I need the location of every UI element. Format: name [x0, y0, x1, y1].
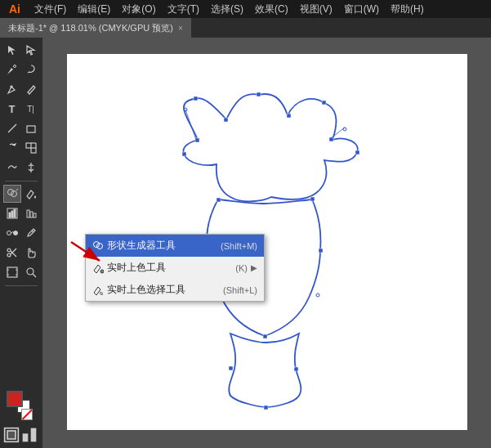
- main-layout: T T|: [0, 38, 491, 448]
- svg-rect-37: [322, 101, 326, 105]
- menu-text[interactable]: 文字(T): [163, 1, 204, 18]
- bar-chart-button[interactable]: [22, 204, 40, 222]
- svg-rect-43: [287, 114, 291, 118]
- menu-file[interactable]: 文件(F): [29, 1, 71, 18]
- svg-point-19: [13, 231, 17, 235]
- rect-tool-button[interactable]: [22, 119, 40, 137]
- scale-tool-button[interactable]: [22, 139, 40, 157]
- svg-rect-5: [31, 148, 36, 153]
- svg-rect-51: [264, 405, 268, 410]
- default-colors-area: [5, 389, 34, 419]
- svg-point-29: [27, 268, 33, 275]
- svg-rect-15: [27, 210, 29, 217]
- svg-line-56: [185, 110, 196, 140]
- menu-window[interactable]: 窗口(W): [339, 1, 384, 18]
- svg-line-2: [8, 124, 16, 132]
- svg-point-20: [7, 249, 11, 252]
- eyedropper-button[interactable]: [22, 224, 40, 242]
- left-toolbar: T T|: [0, 38, 42, 448]
- svg-point-0: [13, 65, 16, 68]
- toggle-view-button[interactable]: [21, 427, 38, 443]
- no-fill-swatch[interactable]: [21, 409, 33, 420]
- direct-selection-tool-button[interactable]: [22, 41, 40, 59]
- graph-tool-button[interactable]: [3, 204, 21, 222]
- type-tool-button[interactable]: T: [3, 100, 21, 118]
- menu-edit[interactable]: 编辑(E): [73, 1, 115, 18]
- svg-rect-24: [7, 267, 17, 277]
- red-arrow-indicator: [67, 238, 108, 273]
- svg-rect-50: [294, 367, 298, 371]
- svg-point-55: [316, 293, 319, 297]
- menu-effect[interactable]: 效果(C): [250, 1, 293, 18]
- flyout-item-shortcut-1: (Shift+M): [221, 241, 257, 251]
- pen-tool-button[interactable]: [3, 80, 21, 98]
- svg-point-21: [7, 253, 11, 257]
- canvas-area[interactable]: 形状生成器工具 (Shift+M) 实时上色工具 (K) ▶ 实时上色选择工具: [42, 38, 491, 448]
- symbol-tool-row: [0, 204, 42, 222]
- tab-bar: 未标题-1* @ 118.01% (CMYK/GPU 预览) ×: [0, 18, 491, 38]
- svg-rect-48: [263, 334, 267, 338]
- pen-tool-row: [0, 60, 42, 78]
- type-tool-row: T T|: [0, 100, 42, 118]
- svg-line-30: [33, 274, 36, 277]
- svg-rect-32: [7, 431, 16, 439]
- svg-rect-49: [229, 366, 233, 370]
- warp-tool-button[interactable]: [3, 159, 21, 177]
- flyout-item-label-2: 实时上色工具: [107, 261, 232, 275]
- svg-line-57: [331, 128, 345, 138]
- flyout-menu: 形状生成器工具 (Shift+M) 实时上色工具 (K) ▶ 实时上色选择工具: [85, 234, 265, 302]
- shape-builder-tool-button[interactable]: [3, 185, 21, 203]
- tab-close-button[interactable]: ×: [178, 24, 183, 33]
- type-area-button[interactable]: T|: [22, 100, 40, 118]
- svg-rect-12: [9, 213, 11, 217]
- flyout-item-live-paint[interactable]: 实时上色工具 (K) ▶: [86, 257, 264, 279]
- svg-rect-3: [27, 126, 35, 132]
- svg-point-1: [11, 86, 12, 87]
- flyout-item-shortcut-3: (Shift+L): [223, 285, 257, 295]
- flyout-item-shape-builder[interactable]: 形状生成器工具 (Shift+M): [86, 235, 264, 257]
- svg-rect-44: [216, 198, 221, 202]
- svg-rect-38: [355, 150, 359, 155]
- warp-tool-row: [0, 159, 42, 177]
- rotate-tool-button[interactable]: [3, 139, 21, 157]
- menu-view[interactable]: 视图(V): [295, 1, 337, 18]
- svg-rect-45: [310, 197, 315, 201]
- svg-rect-35: [194, 96, 198, 101]
- svg-rect-17: [33, 213, 36, 217]
- flyout-item-label-1: 形状生成器工具: [107, 239, 217, 253]
- line-tool-button[interactable]: [3, 119, 21, 137]
- shape-tool-row: [0, 119, 42, 137]
- ai-logo: Ai: [3, 1, 26, 17]
- tab-label: 未标题-1* @ 118.01% (CMYK/GPU 预览): [8, 22, 173, 34]
- active-tab[interactable]: 未标题-1* @ 118.01% (CMYK/GPU 预览) ×: [0, 18, 191, 38]
- hand-tool-button[interactable]: [22, 244, 40, 262]
- change-screen-mode-button[interactable]: [3, 427, 20, 443]
- svg-point-10: [11, 191, 16, 197]
- artboard-button[interactable]: [3, 263, 21, 281]
- selection-tool-button[interactable]: [3, 41, 21, 59]
- pen-tools-row: [0, 80, 42, 98]
- menu-help[interactable]: 帮助(H): [386, 1, 429, 18]
- svg-line-59: [71, 242, 100, 261]
- svg-rect-39: [182, 152, 186, 156]
- flyout-item-live-paint-selection[interactable]: 实时上色选择工具 (Shift+L): [86, 279, 264, 301]
- svg-point-18: [7, 231, 11, 235]
- paint-bucket-button[interactable]: [22, 185, 40, 203]
- blend-tool-row: [0, 224, 42, 242]
- title-bar: Ai 文件(F) 编辑(E) 对象(O) 文字(T) 选择(S) 效果(C) 视…: [0, 0, 491, 18]
- selection-tool-row: [0, 41, 42, 59]
- svg-rect-4: [26, 143, 31, 148]
- toolbar-divider-2: [5, 285, 38, 286]
- svg-rect-16: [30, 212, 33, 217]
- stroke-color-swatch[interactable]: [7, 391, 23, 407]
- blend-tool-button[interactable]: [3, 224, 21, 242]
- scissors-button[interactable]: [3, 244, 21, 262]
- magic-wand-button[interactable]: [3, 60, 21, 78]
- menu-select[interactable]: 选择(S): [206, 1, 248, 18]
- zoom-tool-button[interactable]: [22, 263, 40, 281]
- menu-object[interactable]: 对象(O): [117, 1, 160, 18]
- lasso-tool-button[interactable]: [22, 60, 40, 78]
- toolbar-divider-1: [5, 181, 38, 181]
- pencil-tool-button[interactable]: [22, 80, 40, 98]
- width-tool-button[interactable]: [22, 159, 40, 177]
